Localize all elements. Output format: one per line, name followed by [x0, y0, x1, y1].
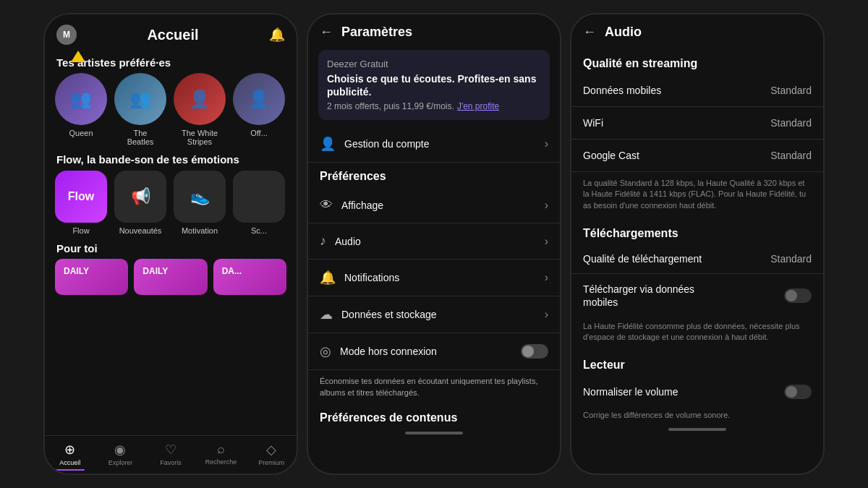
telechargements-title: Téléchargements	[571, 220, 823, 244]
nav-label-premium: Premium	[258, 459, 284, 466]
daily-row: DAILY DAILY DA...	[45, 259, 297, 295]
nav-label-favoris: Favoris	[160, 459, 182, 466]
nav-item-recherche[interactable]: ⌕ Recherche	[196, 442, 247, 471]
wifi-label: WiFi	[583, 117, 770, 129]
chevron-right-icon: ›	[545, 308, 548, 321]
audio-label: Audio	[335, 236, 545, 247]
deezer-banner: Deezer Gratuit Choisis ce que tu écoutes…	[318, 50, 550, 120]
normaliser-toggle[interactable]	[784, 385, 812, 399]
settings-title: Paramètres	[341, 25, 412, 40]
playlist-name-new: Nouveautés	[119, 226, 162, 235]
nav-item-favoris[interactable]: ♡ Favoris	[145, 442, 196, 471]
bottom-bar-3	[668, 428, 726, 431]
arrow-up-indicator	[71, 51, 85, 62]
home-icon: ⊕	[64, 442, 75, 458]
diamond-icon: ◇	[266, 442, 276, 458]
artist-name-beatles: TheBeatles	[127, 129, 154, 146]
normaliser-note: Corrige les différences de volume sonore…	[571, 408, 823, 425]
artist-item-queen[interactable]: 👥 Queen	[55, 73, 107, 146]
eye-icon: 👁	[320, 197, 333, 213]
flow-section-label: Flow, la bande-son de tes émotions	[45, 146, 297, 171]
audio-dl-quality-row[interactable]: Qualité de téléchargement Standard	[571, 244, 823, 274]
deezer-promo-text: Choisis ce que tu écoutes. Profites-en s…	[327, 72, 541, 98]
phone-screen-2: ← Paramètres Deezer Gratuit Choisis ce q…	[307, 13, 561, 475]
cast-value: Standard	[770, 150, 812, 161]
lecteur-title: Lecteur	[571, 351, 823, 376]
audio-row-wifi[interactable]: WiFi Standard	[571, 107, 823, 140]
bell-icon[interactable]: 🔔	[269, 27, 285, 43]
playlist-new[interactable]: 📢 Nouveautés	[114, 171, 166, 235]
settings-row-mode-hors[interactable]: ◎ Mode hors connexion	[308, 333, 560, 370]
search-icon: ⌕	[217, 442, 225, 457]
daily-card-1[interactable]: DAILY	[55, 259, 128, 295]
artist-name-queen: Queen	[69, 129, 93, 137]
mobile-value: Standard	[770, 85, 812, 96]
person-icon: 👤	[320, 136, 336, 152]
phone-screen-1: M Accueil 🔔 Tes artistes préféré·es 👥 Qu…	[43, 13, 298, 475]
settings-row-donnees[interactable]: ☁ Données et stockage ›	[308, 296, 560, 333]
audio-row-mobile[interactable]: Données mobiles Standard	[571, 74, 823, 107]
playlist-sc[interactable]: Sc...	[233, 171, 285, 235]
home-header: M Accueil 🔔	[45, 14, 297, 51]
wifi-value: Standard	[770, 117, 812, 129]
nav-item-premium[interactable]: ◇ Premium	[246, 442, 297, 471]
settings-row-audio[interactable]: ♪ Audio ›	[308, 223, 560, 260]
mode-hors-toggle[interactable]	[521, 344, 548, 359]
page-title: Accueil	[147, 27, 198, 43]
avatar[interactable]: M	[56, 25, 77, 45]
playlist-name-motiv: Motivation	[182, 226, 218, 235]
playlists-row: Flow Flow 📢 Nouveautés 👟 Motivation Sc..…	[45, 171, 297, 235]
artist-name-off: Off...	[250, 129, 268, 137]
prefs-label: Préférences	[308, 163, 560, 187]
cloud-icon: ☁	[320, 307, 333, 322]
playlist-motiv[interactable]: 👟 Motivation	[174, 171, 226, 235]
nav-item-accueil[interactable]: ⊕ Accueil	[45, 442, 95, 471]
settings-header: ← Paramètres	[308, 14, 560, 50]
gestion-text: Gestion du compte	[344, 138, 545, 150]
audio-row-cast[interactable]: Google Cast Standard	[571, 140, 823, 172]
nav-label-accueil: Accueil	[59, 459, 80, 466]
audio-title: Audio	[605, 25, 642, 40]
cast-label: Google Cast	[583, 150, 770, 161]
notifications-label: Notifications	[344, 272, 545, 283]
deezer-plan-label: Deezer Gratuit	[327, 59, 541, 69]
explorer-icon: ◉	[114, 442, 126, 458]
pour-toi-label: Pour toi	[45, 235, 297, 259]
dl-toggle-switch[interactable]	[784, 288, 812, 303]
normaliser-row[interactable]: Normaliser le volume	[571, 376, 823, 408]
dl-toggle-label: Télécharger via donnéesmobiles	[583, 283, 784, 309]
mobile-label: Données mobiles	[583, 85, 770, 96]
deezer-link[interactable]: J'en profite	[457, 101, 499, 111]
audio-quality-note: La qualité Standard à 128 kbps, la Haute…	[571, 172, 823, 220]
dl-quality-label: Qualité de téléchargement	[583, 253, 770, 265]
artist-item-beatles[interactable]: 👥 TheBeatles	[114, 73, 166, 146]
chevron-right-icon: ›	[545, 235, 548, 248]
playlist-flow[interactable]: Flow Flow	[55, 171, 107, 235]
back-arrow-icon[interactable]: ←	[583, 25, 596, 40]
nav-label-recherche: Recherche	[205, 458, 237, 466]
audio-dl-toggle-row[interactable]: Télécharger via donnéesmobiles	[571, 274, 823, 317]
gestion-row[interactable]: 👤 Gestion du compte ›	[308, 126, 560, 163]
daily-card-3[interactable]: DA...	[213, 259, 286, 295]
audio-dl-note: La Haute Fidélité consomme plus de donné…	[571, 318, 823, 352]
playlist-name-sc: Sc...	[251, 226, 267, 235]
donnees-label: Données et stockage	[341, 309, 545, 320]
artist-item-off[interactable]: 👤 Off...	[233, 73, 285, 146]
playlist-name-flow: Flow	[72, 226, 89, 235]
mode-hors-note: Économise tes données en écoutant unique…	[308, 370, 560, 404]
settings-row-notifications[interactable]: 🔔 Notifications ›	[308, 260, 560, 296]
nav-label-explorer: Explorer	[109, 459, 133, 466]
back-arrow-icon[interactable]: ←	[320, 25, 333, 40]
settings-row-affichage[interactable]: 👁 Affichage ›	[308, 187, 560, 223]
affichage-label: Affichage	[341, 200, 545, 211]
artist-item-white-stripes[interactable]: 👤 The WhiteStripes	[174, 73, 226, 146]
daily-card-2[interactable]: DAILY	[134, 259, 207, 295]
nav-item-explorer[interactable]: ◉ Explorer	[95, 442, 146, 471]
normaliser-label: Normaliser le volume	[583, 386, 784, 398]
chevron-right-icon: ›	[545, 271, 548, 284]
bell-icon: 🔔	[320, 270, 336, 286]
active-bar	[56, 469, 85, 471]
offline-icon: ◎	[320, 343, 331, 359]
mode-hors-label: Mode hors connexion	[340, 346, 521, 357]
bottom-nav: ⊕ Accueil ◉ Explorer ♡ Favoris ⌕ Recherc…	[45, 435, 297, 474]
